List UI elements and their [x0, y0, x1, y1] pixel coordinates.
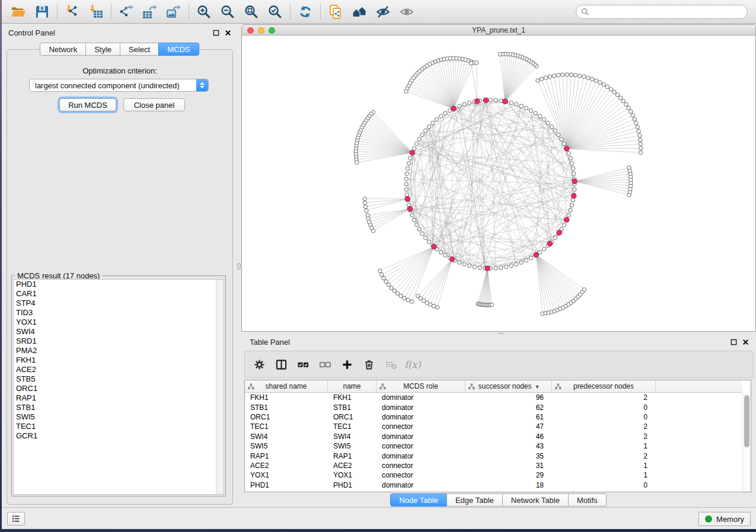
- network-node[interactable]: [412, 218, 416, 222]
- network-node[interactable]: [524, 106, 528, 110]
- network-node[interactable]: [624, 102, 628, 106]
- sort-menu-icon[interactable]: ▾: [536, 383, 539, 390]
- split-panel-button[interactable]: [273, 355, 289, 373]
- network-node[interactable]: [609, 88, 613, 91]
- network-node[interactable]: [618, 96, 622, 100]
- network-node[interactable]: [429, 303, 432, 306]
- network-node[interactable]: [439, 251, 442, 254]
- tab-network-table[interactable]: Network Table: [502, 493, 569, 507]
- network-hub-node[interactable]: [547, 241, 552, 246]
- network-hub-node[interactable]: [483, 98, 488, 102]
- network-node[interactable]: [378, 269, 381, 273]
- tab-edge-table[interactable]: Edge Table: [446, 493, 503, 507]
- table-row[interactable]: YOX1YOX1connector291: [245, 470, 742, 480]
- network-node[interactable]: [590, 77, 594, 81]
- network-node[interactable]: [515, 262, 518, 266]
- network-node[interactable]: [552, 74, 556, 78]
- network-node[interactable]: [406, 166, 409, 170]
- network-node[interactable]: [567, 213, 570, 217]
- network-hub-node[interactable]: [407, 206, 412, 211]
- network-node[interactable]: [404, 177, 408, 181]
- mcds-result-item[interactable]: YOX1: [14, 318, 224, 327]
- network-node[interactable]: [473, 265, 476, 268]
- network-node[interactable]: [553, 129, 557, 132]
- mcds-result-item[interactable]: PHD1: [14, 280, 224, 289]
- network-node[interactable]: [435, 306, 439, 309]
- network-node[interactable]: [494, 267, 497, 270]
- network-node[interactable]: [515, 102, 518, 106]
- network-hub-node[interactable]: [432, 244, 436, 249]
- hide-selected-button[interactable]: [371, 2, 395, 21]
- network-hub-node[interactable]: [564, 146, 569, 151]
- network-node[interactable]: [594, 79, 598, 82]
- mcds-result-item[interactable]: PMA2: [14, 346, 224, 355]
- network-node[interactable]: [409, 156, 412, 160]
- refresh-button[interactable]: [294, 2, 317, 21]
- network-hub-node[interactable]: [534, 252, 538, 257]
- mcds-result-item[interactable]: TID3: [14, 308, 224, 318]
- zoom-selected-button[interactable]: [263, 2, 287, 21]
- network-hub-node[interactable]: [451, 106, 456, 111]
- network-hub-node[interactable]: [564, 217, 569, 222]
- network-node[interactable]: [371, 229, 375, 232]
- mcds-list-scrollbar[interactable]: [216, 280, 224, 494]
- show-all-button[interactable]: [395, 2, 419, 21]
- network-hub-node[interactable]: [572, 179, 577, 184]
- network-node[interactable]: [467, 264, 471, 267]
- network-node[interactable]: [414, 142, 418, 145]
- network-node[interactable]: [432, 304, 435, 307]
- create-column-plus-button[interactable]: [339, 355, 355, 373]
- network-node[interactable]: [393, 289, 396, 293]
- network-node[interactable]: [582, 288, 586, 291]
- import-table-button[interactable]: [84, 2, 108, 21]
- network-node[interactable]: [498, 52, 502, 56]
- memory-button[interactable]: Memory: [698, 512, 751, 526]
- tab-network[interactable]: Network: [40, 43, 86, 56]
- network-node[interactable]: [474, 61, 478, 65]
- network-node[interactable]: [387, 283, 390, 287]
- network-node[interactable]: [634, 121, 638, 125]
- network-node[interactable]: [529, 108, 532, 112]
- mcds-result-item[interactable]: SRD1: [14, 336, 224, 346]
- tab-node-table[interactable]: Node Table: [390, 493, 447, 507]
- delete-column-trash-button[interactable]: [361, 355, 377, 373]
- network-node[interactable]: [519, 104, 523, 108]
- network-node[interactable]: [529, 256, 532, 259]
- network-node[interactable]: [567, 152, 570, 155]
- close-panel-icon[interactable]: [225, 30, 231, 36]
- network-node[interactable]: [490, 303, 493, 306]
- network-node[interactable]: [458, 104, 461, 108]
- search-input[interactable]: [593, 7, 742, 16]
- network-node[interactable]: [621, 99, 625, 102]
- first-neighbors-button[interactable]: [347, 2, 371, 21]
- network-node[interactable]: [553, 236, 557, 239]
- network-node[interactable]: [462, 262, 466, 266]
- network-node[interactable]: [615, 93, 619, 97]
- show-panels-button[interactable]: [7, 512, 25, 525]
- network-node[interactable]: [572, 172, 576, 175]
- mcds-result-list[interactable]: PHD1CAR1STP4TID3YOX1SWI4SRD1PMA2FKH1ACE2…: [13, 279, 224, 495]
- zoom-in-button[interactable]: [192, 2, 216, 21]
- network-node[interactable]: [571, 198, 575, 201]
- network-node[interactable]: [417, 227, 421, 231]
- mcds-result-item[interactable]: RAP1: [14, 393, 224, 403]
- vertical-splitter-handle[interactable]: [237, 263, 241, 270]
- network-node[interactable]: [573, 188, 576, 191]
- tab-mcds[interactable]: MCDS: [158, 43, 199, 56]
- network-node[interactable]: [639, 150, 642, 154]
- network-node[interactable]: [540, 77, 543, 81]
- network-hub-node[interactable]: [410, 150, 414, 155]
- mcds-result-item[interactable]: FKH1: [14, 355, 224, 365]
- network-node[interactable]: [458, 261, 461, 264]
- export-table-button[interactable]: [138, 2, 162, 21]
- network-node[interactable]: [407, 161, 410, 165]
- network-node[interactable]: [414, 223, 418, 226]
- network-node[interactable]: [509, 101, 513, 104]
- close-table-panel-icon[interactable]: [742, 339, 749, 345]
- network-node[interactable]: [382, 276, 385, 280]
- network-node[interactable]: [546, 121, 550, 124]
- network-node[interactable]: [462, 102, 466, 106]
- network-node[interactable]: [544, 76, 547, 79]
- network-node[interactable]: [469, 61, 473, 65]
- network-node[interactable]: [578, 74, 582, 78]
